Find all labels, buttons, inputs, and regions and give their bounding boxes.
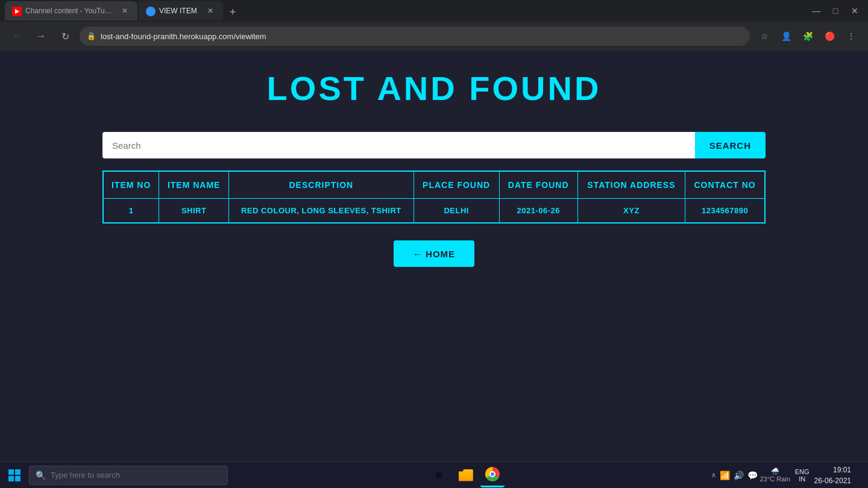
toolbar-right: ☆ 👤 🧩 🔴 ⋮ (755, 27, 861, 46)
col-header-description: DESCRIPTION (229, 171, 414, 199)
folder-icon (459, 469, 473, 481)
youtube-favicon-icon (12, 7, 20, 15)
taskbar-apps: ⊞ (423, 462, 509, 488)
browser-titlebar: Channel content - YouTube Stud ✕ 🌐 VIEW … (0, 0, 868, 22)
volume-icon: 🔊 (734, 471, 744, 480)
chrome-inner-icon (489, 471, 495, 477)
windows-logo-icon (8, 469, 20, 481)
search-input[interactable] (102, 132, 695, 158)
col-header-contact-no: CONTACT NO (685, 171, 765, 199)
search-bar-row: SEARCH (102, 132, 766, 158)
table-cell-5: XYZ (577, 199, 685, 224)
taskbar-language: ENGIN (795, 468, 810, 483)
taskbar-left: 🔍 (0, 462, 228, 488)
maximize-button[interactable]: □ (827, 2, 844, 19)
browser-window-controls: — □ ✕ (808, 2, 863, 19)
taskbar-weather: 🌧️ 23°C Rain (760, 468, 790, 483)
back-button[interactable]: ← (7, 27, 27, 46)
table-cell-4: 2021-06-26 (499, 199, 577, 224)
search-button[interactable]: SEARCH (695, 132, 766, 158)
refresh-button[interactable]: ↻ (55, 27, 75, 46)
col-header-item-name: ITEM NAME (159, 171, 229, 199)
lock-icon: 🔒 (87, 32, 96, 40)
task-view-icon: ⊞ (436, 471, 442, 480)
svg-rect-2 (8, 476, 14, 481)
chevron-up-icon[interactable]: ∧ (711, 471, 716, 479)
table-cell-2: RED COLOUR, LONG SLEEVES, TSHIRT (229, 199, 414, 224)
taskbar-system-icons: ∧ 📶 🔊 💬 (711, 471, 758, 480)
viewitem-favicon-icon: 🌐 (146, 7, 154, 15)
minimize-button[interactable]: — (808, 2, 825, 19)
col-header-date-found: DATE FOUND (499, 171, 577, 199)
col-header-station-address: STATION ADDRESS (577, 171, 685, 199)
notification-icon: 💬 (747, 471, 758, 480)
account-button[interactable]: 🔴 (820, 27, 839, 46)
chrome-icon (485, 467, 500, 481)
weather-icon: 🌧️ (760, 468, 790, 475)
new-tab-button[interactable]: + (224, 4, 241, 20)
table-cell-6: 1234567890 (685, 199, 765, 224)
taskbar-search-bar[interactable]: 🔍 (29, 466, 228, 485)
profile-button[interactable]: 👤 (776, 27, 796, 46)
tabs-bar: Channel content - YouTube Stud ✕ 🌐 VIEW … (5, 1, 805, 20)
svg-rect-0 (8, 469, 14, 475)
col-header-item-no: ITEM NO (103, 171, 159, 199)
close-button[interactable]: ✕ (846, 2, 863, 19)
home-button[interactable]: ← HOME (394, 240, 474, 267)
taskbar-task-view-button[interactable]: ⊞ (427, 463, 451, 487)
weather-text: 23°C Rain (760, 475, 790, 483)
taskbar-file-explorer-button[interactable] (454, 463, 478, 487)
svg-rect-3 (15, 476, 20, 481)
table-header-row: ITEM NO ITEM NAME DESCRIPTION PLACE FOUN… (103, 171, 765, 199)
col-header-place-found: PLACE FOUND (414, 171, 499, 199)
tab-youtube-close-icon[interactable]: ✕ (119, 5, 130, 16)
tab-viewitem-label: VIEW ITEM (159, 7, 200, 15)
table-cell-1: SHIRT (159, 199, 229, 224)
taskbar-search-icon: 🔍 (36, 471, 46, 480)
table-row: 1SHIRTRED COLOUR, LONG SLEEVES, TSHIRTDE… (103, 199, 765, 224)
browser-toolbar: ← → ↻ 🔒 lost-and-found-pranith.herokuapp… (0, 22, 868, 51)
taskbar-date: 26-06-2021 (814, 475, 851, 486)
tab-youtube[interactable]: Channel content - YouTube Stud ✕ (5, 1, 137, 20)
taskbar-search-input[interactable] (51, 471, 221, 480)
tab-viewitem[interactable]: 🌐 VIEW ITEM ✕ (139, 1, 223, 20)
forward-button[interactable]: → (31, 27, 51, 46)
taskbar-chrome-button[interactable] (480, 463, 505, 487)
menu-button[interactable]: ⋮ (841, 27, 861, 46)
taskbar-right: ∧ 📶 🔊 💬 🌧️ 23°C Rain ENGIN 19:01 26-06-2… (704, 462, 869, 488)
items-table: ITEM NO ITEM NAME DESCRIPTION PLACE FOUN… (102, 170, 766, 224)
tab-youtube-label: Channel content - YouTube Stud (25, 7, 115, 15)
extensions-button[interactable]: 🧩 (798, 27, 817, 46)
address-bar[interactable]: 🔒 lost-and-found-pranith.herokuapp.com/v… (80, 27, 750, 46)
start-button[interactable] (0, 462, 29, 488)
bookmark-button[interactable]: ☆ (755, 27, 774, 46)
page-title: LOST AND FOUND (267, 69, 602, 108)
taskbar-clock: 19:01 26-06-2021 (814, 465, 851, 486)
taskbar: 🔍 ⊞ ∧ 📶 🔊 💬 🌧️ 23°C Rain EN (0, 461, 868, 488)
table-cell-0: 1 (103, 199, 159, 224)
page-content: LOST AND FOUND SEARCH ITEM NO ITEM NAME … (0, 51, 868, 488)
table-cell-3: DELHI (414, 199, 499, 224)
address-text: lost-and-found-pranith.herokuapp.com/vie… (101, 32, 743, 41)
svg-rect-1 (15, 469, 20, 475)
network-icon: 📶 (720, 471, 730, 480)
taskbar-time: 19:01 (814, 465, 851, 475)
tab-viewitem-close-icon[interactable]: ✕ (205, 5, 216, 16)
